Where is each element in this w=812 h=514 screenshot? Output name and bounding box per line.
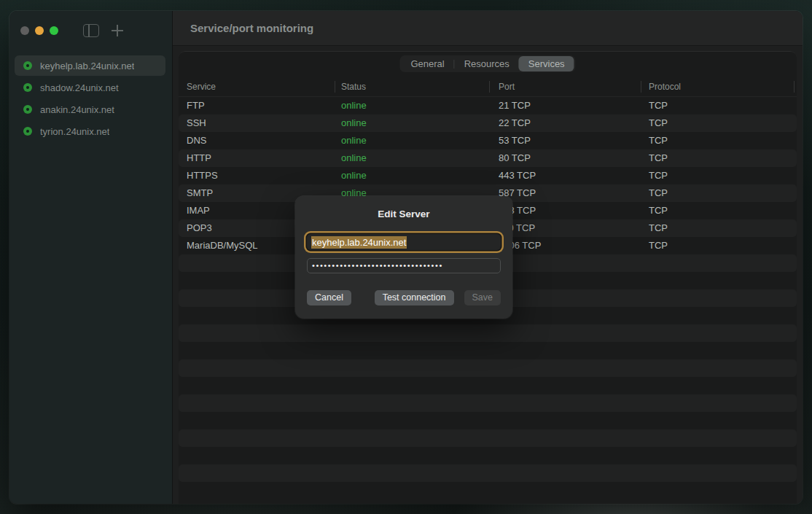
protocol-cell: TCP — [649, 240, 668, 251]
service-cell: FTP — [187, 100, 205, 111]
protocol-cell: TCP — [649, 100, 668, 111]
minimize-button[interactable] — [35, 26, 44, 35]
table-row-empty — [179, 324, 797, 342]
window-titlebar: Service/port monitoring — [173, 11, 803, 46]
table-row-empty — [179, 342, 797, 359]
column-divider — [641, 81, 641, 93]
hostname-input[interactable]: keyhelp.lab.24unix.net — [307, 234, 501, 250]
password-input[interactable]: ••••••••••••••••••••••••••••••••• — [307, 258, 501, 273]
sidebar-toggle-icon[interactable] — [83, 24, 99, 37]
column-header-protocol[interactable]: Protocol — [649, 82, 681, 92]
table-row[interactable]: HTTPSonline443 TCPTCP — [179, 167, 797, 184]
protocol-cell: TCP — [649, 117, 668, 128]
service-cell: HTTPS — [187, 170, 218, 181]
status-cell: online — [341, 117, 367, 128]
protocol-cell: TCP — [649, 205, 668, 216]
table-row[interactable]: HTTPonline80 TCPTCP — [179, 149, 797, 167]
status-cell: online — [341, 170, 367, 181]
table-row-empty — [179, 429, 797, 447]
service-cell: HTTP — [187, 152, 211, 163]
sidebar-item-server-0[interactable]: keyhelp.lab.24unix.net — [15, 55, 165, 76]
edit-server-dialog: Edit Server keyhelp.lab.24unix.net •••••… — [295, 196, 512, 319]
test-connection-button[interactable]: Test connection — [375, 290, 454, 305]
zoom-button[interactable] — [50, 26, 58, 35]
service-cell: POP3 — [187, 222, 212, 233]
column-divider — [489, 81, 490, 93]
protocol-cell: TCP — [649, 222, 668, 233]
server-label: keyhelp.lab.24unix.net — [40, 61, 134, 71]
server-status-icon — [23, 127, 32, 136]
close-button[interactable] — [20, 26, 29, 35]
status-cell: online — [341, 135, 367, 146]
protocol-cell: TCP — [649, 152, 668, 163]
save-button[interactable]: Save — [464, 290, 501, 305]
port-cell: 53 TCP — [499, 135, 531, 146]
cancel-button[interactable]: Cancel — [307, 290, 351, 305]
column-header-service[interactable]: Service — [187, 82, 216, 92]
status-cell: online — [341, 152, 367, 163]
service-cell: SSH — [187, 117, 206, 128]
sidebar-item-server-3[interactable]: tyrion.24unix.net — [15, 121, 165, 141]
password-masked-value: ••••••••••••••••••••••••••••••••• — [312, 261, 443, 270]
titlebar-controls — [9, 11, 172, 50]
port-cell: 443 TCP — [499, 170, 536, 181]
table-row-empty — [179, 447, 797, 464]
port-cell: 80 TCP — [499, 152, 531, 163]
tab-general[interactable]: General — [401, 56, 453, 71]
protocol-cell: TCP — [649, 135, 668, 146]
dialog-buttons: Cancel Test connection Save — [307, 290, 501, 305]
table-row-empty — [179, 359, 797, 377]
tab-bar: GeneralResourcesServices — [399, 55, 575, 72]
server-label: shadow.24unix.net — [40, 82, 119, 93]
desktop: { "window_title": "Service/port monitori… — [0, 0, 812, 514]
protocol-cell: TCP — [649, 170, 668, 181]
sidebar: keyhelp.lab.24unix.netshadow.24unix.neta… — [9, 11, 173, 504]
hostname-value: keyhelp.lab.24unix.net — [311, 236, 407, 249]
sidebar-item-server-1[interactable]: shadow.24unix.net — [15, 77, 165, 98]
status-cell: online — [341, 100, 367, 111]
server-status-icon — [23, 61, 32, 70]
column-header-port[interactable]: Port — [499, 82, 515, 92]
dialog-title: Edit Server — [307, 209, 501, 219]
column-divider — [335, 81, 335, 93]
table-row[interactable]: FTPonline21 TCPTCP — [179, 97, 797, 114]
table-row-empty — [179, 394, 797, 412]
table-row-empty — [179, 377, 797, 394]
table-row[interactable]: SSHonline22 TCPTCP — [179, 114, 797, 132]
column-header-status[interactable]: Status — [341, 82, 366, 92]
page-title: Service/port monitoring — [190, 22, 313, 34]
tab-resources[interactable]: Resources — [455, 56, 519, 71]
column-divider — [794, 81, 795, 93]
service-cell: IMAP — [187, 205, 210, 216]
sidebar-item-server-2[interactable]: anakin.24unix.net — [15, 99, 165, 120]
server-status-icon — [23, 105, 32, 114]
table-row-empty — [179, 412, 797, 429]
server-label: tyrion.24unix.net — [40, 126, 109, 137]
table-row[interactable]: DNSonline53 TCPTCP — [179, 132, 797, 149]
protocol-cell: TCP — [649, 187, 668, 198]
service-cell: DNS — [187, 135, 206, 146]
port-cell: 21 TCP — [499, 100, 531, 111]
table-header: Service Status Port Protocol — [179, 77, 797, 97]
server-list: keyhelp.lab.24unix.netshadow.24unix.neta… — [9, 55, 172, 141]
service-cell: SMTP — [187, 187, 213, 198]
tab-services[interactable]: Services — [519, 56, 574, 71]
port-cell: 22 TCP — [499, 117, 531, 128]
service-cell: MariaDB/MySQL — [187, 240, 258, 251]
table-row-empty — [179, 464, 797, 482]
server-status-icon — [23, 83, 32, 92]
server-label: anakin.24unix.net — [40, 104, 114, 115]
add-server-icon[interactable] — [111, 24, 124, 37]
